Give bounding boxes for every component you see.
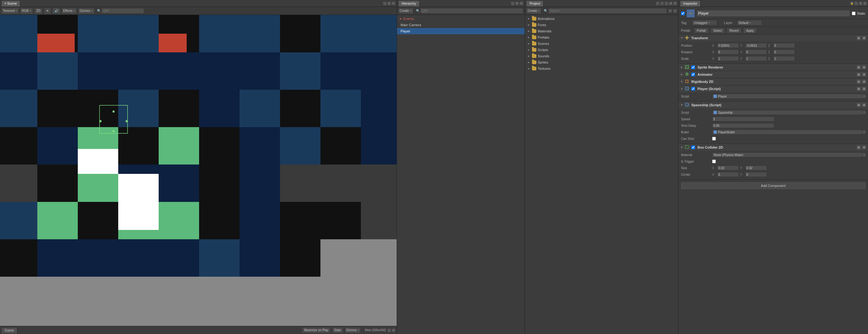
is-trigger-checkbox[interactable] <box>712 160 716 163</box>
size-y-input[interactable] <box>745 165 767 170</box>
list-item[interactable]: Main Camera <box>397 22 525 28</box>
scale-y-input[interactable] <box>745 56 767 61</box>
scene-search-input[interactable] <box>101 8 144 14</box>
can-shot-checkbox[interactable] <box>712 137 716 141</box>
list-item[interactable]: Materials <box>525 28 678 34</box>
tab-project[interactable]: Project <box>526 0 544 6</box>
game-minimize[interactable]: _ <box>388 328 391 332</box>
object-name-input[interactable] <box>696 10 850 17</box>
spaceship-script-header[interactable]: C# Spaceship (Script) ⊞ ⚙ <box>679 102 868 108</box>
scene-menu[interactable]: ≡ <box>388 2 391 5</box>
tab-scene[interactable]: # Scene <box>1 0 20 6</box>
position-x-input[interactable] <box>717 43 739 48</box>
inspector-lock[interactable]: 🔒 <box>850 2 854 5</box>
sprite-renderer-view-icon[interactable]: ⊞ <box>857 65 861 69</box>
animator-gear-icon[interactable]: ⚙ <box>862 72 866 77</box>
speed-input[interactable] <box>712 116 774 121</box>
player-script-selector[interactable]: ◎ <box>862 95 866 98</box>
apply-button[interactable]: Apply <box>743 28 756 33</box>
position-y-input[interactable] <box>745 43 767 48</box>
hierarchy-close[interactable]: × <box>520 2 523 5</box>
center-x-input[interactable] <box>717 172 739 177</box>
stats-btn[interactable]: Stats <box>332 327 343 333</box>
hierarchy-create-dropdown[interactable]: Create ▼ <box>398 8 413 14</box>
project-icon-down[interactable]: ↓ <box>673 9 677 13</box>
scene-minimize[interactable]: _ <box>383 2 387 5</box>
spaceship-script-view-icon[interactable]: ⊞ <box>857 103 861 107</box>
list-item[interactable]: ► Enemy <box>397 16 525 22</box>
player-script-view-icon[interactable]: ⊞ <box>857 87 861 91</box>
game-gizmos-dropdown[interactable]: Gizmos ▼ <box>345 327 361 333</box>
scale-z-input[interactable] <box>773 56 795 61</box>
list-item[interactable]: Fonts <box>525 22 678 28</box>
player-script-checkbox[interactable] <box>691 87 695 91</box>
box-collider2d-view-icon[interactable]: ⊞ <box>857 145 861 149</box>
select-button[interactable]: Select <box>711 28 725 33</box>
list-item[interactable]: Sprites <box>525 59 678 65</box>
tab-inspector[interactable]: Inspector <box>680 0 701 6</box>
rotation-x-input[interactable] <box>717 50 739 55</box>
animator-view-icon[interactable]: ⊞ <box>857 72 861 77</box>
revert-button[interactable]: Revert <box>727 28 741 33</box>
rigidbody2d-header[interactable]: Rigidbody 2D ⊞ ⚙ <box>679 78 868 85</box>
rigidbody2d-gear-icon[interactable]: ⚙ <box>862 79 866 84</box>
tag-dropdown[interactable]: Untagged ▼ <box>692 20 717 26</box>
position-z-input[interactable] <box>773 43 795 48</box>
inspector-minimize[interactable]: _ <box>854 2 858 5</box>
box-collider2d-gear-icon[interactable]: ⚙ <box>862 145 866 149</box>
list-item[interactable]: Player <box>397 28 525 34</box>
player-script-header[interactable]: C# Player (Script) ⊞ ⚙ <box>679 85 868 92</box>
hierarchy-menu[interactable]: ≡ <box>515 2 519 5</box>
project-search-input[interactable] <box>548 8 667 14</box>
tab-game[interactable]: Game <box>1 327 18 333</box>
spaceship-script-selector[interactable]: ◎ <box>862 111 866 114</box>
animator-header[interactable]: Animator ⊞ ⚙ <box>679 71 868 78</box>
transform-header[interactable]: Transform ⊞ ⚙ <box>679 35 868 41</box>
shot-delay-input[interactable] <box>712 123 774 128</box>
object-active-checkbox[interactable] <box>681 11 685 15</box>
sprite-renderer-header[interactable]: Sprite Renderer ⊞ ⚙ <box>679 64 868 71</box>
tab-hierarchy[interactable]: Hierarchy <box>398 0 420 6</box>
project-create-dropdown[interactable]: Create ▼ <box>526 8 541 14</box>
project-icon-up[interactable]: ↑ <box>668 9 672 13</box>
bullet-selector[interactable]: ◎ <box>862 131 866 134</box>
inspector-menu[interactable]: ≡ <box>859 2 862 5</box>
project-menu[interactable]: ≡ <box>669 2 673 5</box>
project-icon2[interactable]: ↓ <box>660 2 664 5</box>
scene-close[interactable]: × <box>392 2 396 5</box>
effects-dropdown[interactable]: Effects ▼ <box>62 8 77 14</box>
list-item[interactable]: Scripts <box>525 47 678 53</box>
list-item[interactable]: Sounds <box>525 53 678 59</box>
hierarchy-minimize[interactable]: _ <box>511 2 515 5</box>
list-item[interactable]: Textures <box>525 65 678 72</box>
sprite-renderer-gear-icon[interactable]: ⚙ <box>862 65 866 69</box>
static-checkbox[interactable] <box>852 11 856 15</box>
project-close[interactable]: × <box>673 2 677 5</box>
transform-view-icon[interactable]: ⊞ <box>857 36 861 40</box>
size-x-input[interactable] <box>717 165 739 170</box>
box-collider2d-checkbox[interactable] <box>691 145 695 149</box>
layer-dropdown[interactable]: Default ▼ <box>737 20 762 26</box>
rotation-y-input[interactable] <box>745 50 767 55</box>
gizmos-dropdown[interactable]: Gizmos ▼ <box>78 8 95 14</box>
scale-x-input[interactable] <box>717 56 739 61</box>
box-collider2d-header[interactable]: Box Collider 2D ⊞ ⚙ <box>679 144 868 151</box>
audio-button[interactable]: 🔊 <box>52 8 60 14</box>
rotation-z-input[interactable] <box>773 50 795 55</box>
material-selector[interactable]: ◎ <box>862 153 866 157</box>
sprite-renderer-checkbox[interactable] <box>691 65 695 69</box>
game-menu[interactable]: ≡ <box>392 328 396 332</box>
rgb-dropdown[interactable]: RGB ▼ <box>20 8 33 14</box>
project-icon1[interactable]: ↑ <box>656 2 659 5</box>
list-item[interactable]: Scenes <box>525 40 678 47</box>
prefab-button[interactable]: Prefab <box>694 28 709 33</box>
spaceship-script-gear-icon[interactable]: ⚙ <box>862 103 866 107</box>
textured-dropdown[interactable]: Textured ▼ <box>1 8 19 14</box>
rigidbody2d-view-icon[interactable]: ⊞ <box>857 79 861 84</box>
list-item[interactable]: Animations <box>525 16 678 22</box>
list-item[interactable]: Prefabs <box>525 34 678 40</box>
sun-button[interactable]: ☀ <box>44 8 51 14</box>
center-y-input[interactable] <box>745 172 767 177</box>
maximize-on-play-btn[interactable]: Maximize on Play <box>302 327 331 333</box>
add-component-button[interactable]: Add Component <box>681 182 866 189</box>
